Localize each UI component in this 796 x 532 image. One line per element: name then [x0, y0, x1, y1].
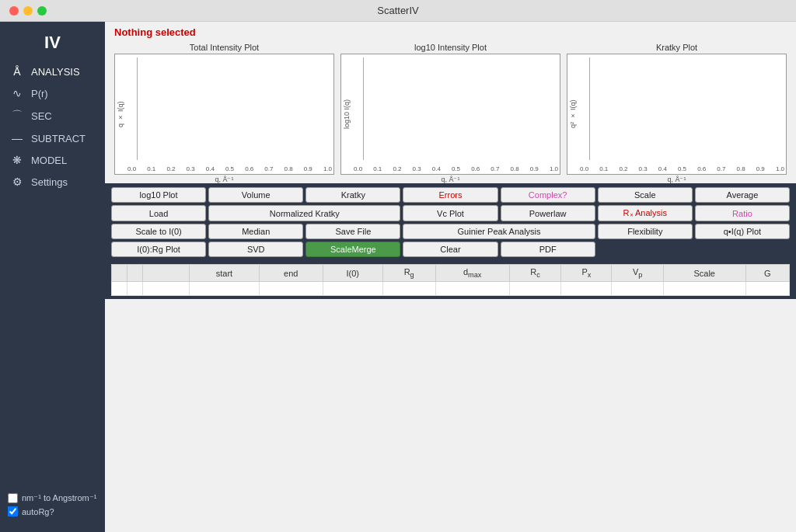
complex-button[interactable]: Complex? — [501, 187, 595, 203]
plot2-title: log10 Intensity Plot — [414, 43, 487, 52]
scale-merge-button[interactable]: ScaleMerge — [305, 242, 400, 257]
scale-button[interactable]: Scale — [598, 187, 693, 203]
powerlaw-button[interactable]: Powerlaw — [501, 205, 595, 221]
settings-icon: ⚙ — [9, 176, 25, 188]
plot1-xaxis: 0.00.10.20.30.40.50.60.70.80.91.0 — [126, 165, 333, 172]
autorg-checkbox[interactable] — [8, 506, 18, 516]
plot1-vline — [137, 57, 138, 160]
sidebar-label-pr: P(r) — [31, 88, 48, 99]
plot3-xlabel: q, Å⁻¹ — [667, 176, 686, 183]
data-table: start end I(0) Rg dmax Rc Px Vp Scale G — [111, 264, 790, 296]
table-header-row: start end I(0) Rg dmax Rc Px Vp Scale G — [112, 265, 790, 282]
buttons-area: log10 Plot Volume Kratky Errors Complex?… — [105, 183, 796, 261]
sidebar: IV Å ANALYSIS ∿ P(r) ⌒ SEC — SUBTRACT ❋ … — [0, 22, 105, 532]
plot3-ylabel: q² × I(q) — [567, 54, 578, 174]
app-container: IV Å ANALYSIS ∿ P(r) ⌒ SEC — SUBTRACT ❋ … — [0, 22, 796, 532]
pr-icon: ∿ — [9, 87, 25, 99]
qiq-plot-button[interactable]: q•I(q) Plot — [695, 224, 790, 239]
load-button[interactable]: Load — [111, 205, 206, 221]
kratky-button[interactable]: Kratky — [305, 187, 400, 203]
sidebar-label-settings: Settings — [31, 176, 68, 188]
maximize-button[interactable] — [37, 6, 47, 16]
col-scale: Scale — [663, 265, 745, 282]
volume-button[interactable]: Volume — [208, 187, 303, 203]
plot3-xaxis: 0.00.10.20.30.40.50.60.70.80.91.0 — [578, 165, 786, 172]
sidebar-item-pr[interactable]: ∿ P(r) — [0, 82, 105, 104]
col-rg: Rg — [382, 265, 435, 282]
sidebar-label-sec: SEC — [31, 110, 52, 122]
nm-checkbox-row: nm⁻¹ to Angstrom⁻¹ — [8, 493, 97, 503]
average-button[interactable]: Average — [695, 187, 790, 203]
sidebar-item-subtract[interactable]: — SUBTRACT — [0, 127, 105, 149]
sidebar-label-subtract: SUBTRACT — [31, 133, 86, 144]
autorg-label: autoRg? — [22, 507, 54, 516]
plot1-box: q × I(q) 0.00.10.20.30.40.50.60.70.80.91… — [114, 54, 334, 175]
i0-rg-plot-button[interactable]: I(0):Rg Plot — [111, 242, 206, 257]
vc-plot-button[interactable]: Vc Plot — [403, 205, 498, 221]
sidebar-item-settings[interactable]: ⚙ Settings — [0, 171, 105, 193]
errors-button[interactable]: Errors — [403, 187, 498, 203]
sidebar-item-sec[interactable]: ⌒ SEC — [0, 104, 105, 127]
plot1-inner: 0.00.10.20.30.40.50.60.70.80.91.0 — [126, 54, 333, 174]
plots-area: Total Intensity Plot q × I(q) 0.00.10.20… — [105, 40, 796, 183]
kratky-plot: Kratky Plot q² × I(q) 0.00.10.20.30.40.5… — [564, 40, 790, 183]
window-title: ScatterIV — [377, 5, 418, 16]
main-content: Nothing selected Total Intensity Plot q … — [105, 22, 796, 532]
analysis-icon: Å — [9, 65, 25, 78]
plot1-ylabel: q × I(q) — [115, 54, 126, 174]
subtract-icon: — — [9, 132, 25, 144]
rx-analysis-button[interactable]: Rₓ Analysis — [598, 205, 693, 221]
sec-icon: ⌒ — [9, 109, 25, 123]
sidebar-item-model[interactable]: ❋ MODEL — [0, 149, 105, 171]
status-message: Nothing selected — [105, 22, 796, 40]
plot2-ylabel: log10 I(q) — [341, 54, 352, 174]
col-check — [112, 265, 127, 282]
minimize-button[interactable] — [23, 6, 33, 16]
col-color — [127, 265, 143, 282]
col-dmax: dmax — [435, 265, 509, 282]
log10-plot-button[interactable]: log10 Plot — [111, 187, 206, 203]
pdf-button[interactable]: PDF — [501, 242, 595, 257]
plot3-vline — [589, 57, 590, 160]
sidebar-item-analysis[interactable]: Å ANALYSIS — [0, 61, 105, 82]
col-name — [143, 265, 190, 282]
plot2-vline — [363, 57, 364, 160]
plot1-xlabel: q, Å⁻¹ — [215, 176, 233, 183]
nm-checkbox[interactable] — [8, 493, 18, 503]
app-logo: IV — [0, 28, 105, 61]
table-area: start end I(0) Rg dmax Rc Px Vp Scale G — [105, 261, 796, 299]
plot3-inner: 0.00.10.20.30.40.50.60.70.80.91.0 — [578, 54, 786, 174]
log10-intensity-plot: log10 Intensity Plot log10 I(q) 0.00.10.… — [337, 40, 564, 183]
window-controls[interactable] — [9, 6, 47, 16]
plot2-box: log10 I(q) 0.00.10.20.30.40.50.60.70.80.… — [340, 54, 560, 175]
flexibility-button[interactable]: Flexibility — [598, 224, 693, 239]
save-file-button[interactable]: Save File — [305, 224, 400, 239]
scale-to-i0-button[interactable]: Scale to I(0) — [111, 224, 206, 239]
sidebar-label-analysis: ANALYSIS — [31, 66, 80, 78]
col-rc: Rc — [509, 265, 561, 282]
plot1-title: Total Intensity Plot — [190, 43, 259, 52]
nm-label: nm⁻¹ to Angstrom⁻¹ — [22, 493, 96, 503]
table-row — [112, 282, 790, 296]
plot2-xaxis: 0.00.10.20.30.40.50.60.70.80.91.0 — [352, 165, 560, 172]
svd-button[interactable]: SVD — [208, 242, 303, 257]
ratio-button[interactable]: Ratio — [695, 205, 790, 221]
model-icon: ❋ — [9, 154, 25, 166]
col-g: G — [745, 265, 789, 282]
autorg-checkbox-row: autoRg? — [8, 506, 97, 516]
median-button[interactable]: Median — [208, 224, 303, 239]
clear-button[interactable]: Clear — [403, 242, 498, 257]
col-start: start — [190, 265, 260, 282]
col-vp: Vp — [612, 265, 663, 282]
guinier-peak-button[interactable]: Guinier Peak Analysis — [403, 224, 595, 239]
col-end: end — [259, 265, 323, 282]
remaining-space — [105, 299, 796, 532]
close-button[interactable] — [9, 6, 19, 16]
sidebar-bottom: nm⁻¹ to Angstrom⁻¹ autoRg? — [0, 487, 105, 526]
col-px: Px — [561, 265, 612, 282]
total-intensity-plot: Total Intensity Plot q × I(q) 0.00.10.20… — [111, 40, 337, 183]
plot2-inner: 0.00.10.20.30.40.50.60.70.80.91.0 — [352, 54, 560, 174]
col-i0: I(0) — [323, 265, 382, 282]
plot2-xlabel: q, Å⁻¹ — [441, 176, 459, 183]
normalized-kratky-button[interactable]: Normalized Kratky — [208, 205, 400, 221]
